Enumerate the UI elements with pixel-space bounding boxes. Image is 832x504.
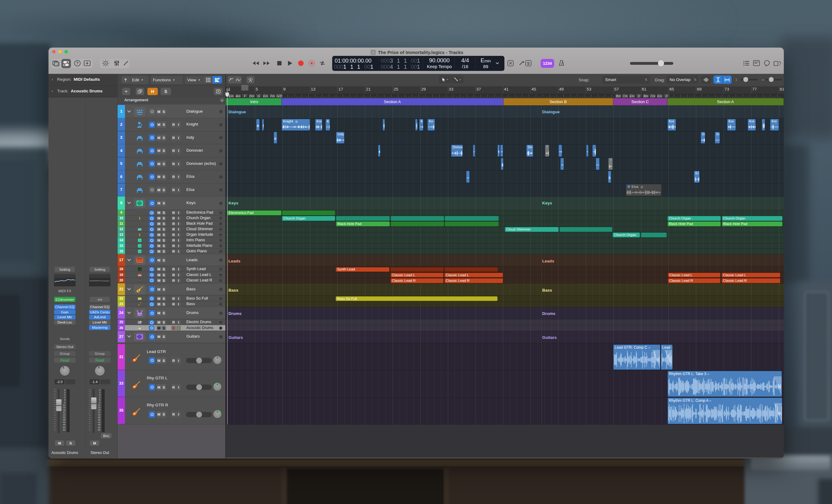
- svg-text:♫: ♫: [57, 62, 59, 66]
- svg-text:♫: ♫: [779, 63, 781, 66]
- svg-text:♫: ♫: [139, 268, 140, 270]
- svg-text:?: ?: [76, 61, 78, 65]
- svg-text:♫: ♫: [139, 239, 140, 242]
- svg-text:♫: ♫: [139, 250, 140, 253]
- svg-text:S: S: [527, 61, 529, 66]
- svg-text:♫: ♫: [139, 245, 140, 247]
